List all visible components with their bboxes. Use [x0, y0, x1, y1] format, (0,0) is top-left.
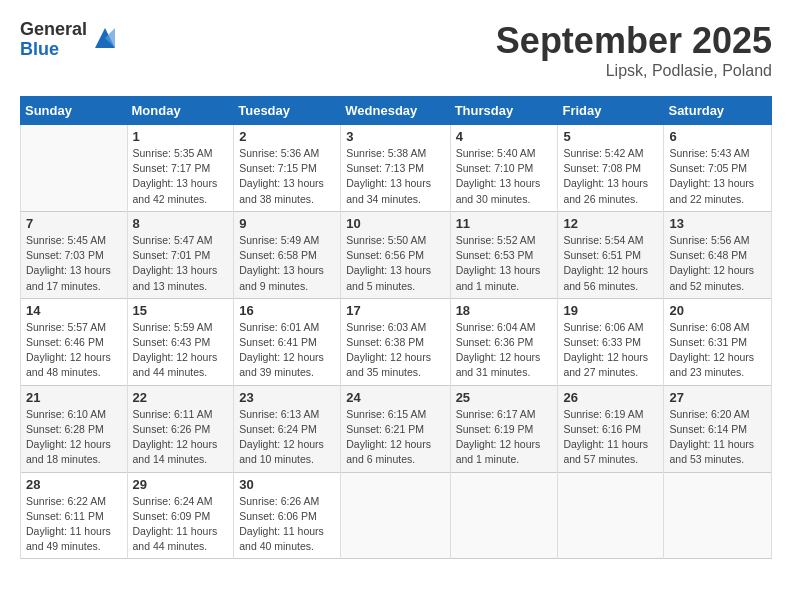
table-row — [341, 472, 450, 559]
table-row: 11Sunrise: 5:52 AMSunset: 6:53 PMDayligh… — [450, 211, 558, 298]
day-info: Sunrise: 6:11 AMSunset: 6:26 PMDaylight:… — [133, 407, 229, 468]
table-row: 13Sunrise: 5:56 AMSunset: 6:48 PMDayligh… — [664, 211, 772, 298]
day-number: 25 — [456, 390, 553, 405]
day-info: Sunrise: 5:38 AMSunset: 7:13 PMDaylight:… — [346, 146, 444, 207]
day-number: 15 — [133, 303, 229, 318]
day-info: Sunrise: 6:17 AMSunset: 6:19 PMDaylight:… — [456, 407, 553, 468]
day-number: 26 — [563, 390, 658, 405]
day-info: Sunrise: 5:54 AMSunset: 6:51 PMDaylight:… — [563, 233, 658, 294]
table-row: 16Sunrise: 6:01 AMSunset: 6:41 PMDayligh… — [234, 298, 341, 385]
day-info: Sunrise: 6:22 AMSunset: 6:11 PMDaylight:… — [26, 494, 122, 555]
day-info: Sunrise: 5:49 AMSunset: 6:58 PMDaylight:… — [239, 233, 335, 294]
day-number: 30 — [239, 477, 335, 492]
logo: General Blue — [20, 20, 119, 60]
day-info: Sunrise: 6:26 AMSunset: 6:06 PMDaylight:… — [239, 494, 335, 555]
day-info: Sunrise: 5:56 AMSunset: 6:48 PMDaylight:… — [669, 233, 766, 294]
day-info: Sunrise: 6:01 AMSunset: 6:41 PMDaylight:… — [239, 320, 335, 381]
table-row: 4Sunrise: 5:40 AMSunset: 7:10 PMDaylight… — [450, 125, 558, 212]
day-info: Sunrise: 5:36 AMSunset: 7:15 PMDaylight:… — [239, 146, 335, 207]
day-number: 14 — [26, 303, 122, 318]
col-sunday: Sunday — [21, 97, 128, 125]
day-number: 5 — [563, 129, 658, 144]
day-info: Sunrise: 5:35 AMSunset: 7:17 PMDaylight:… — [133, 146, 229, 207]
day-number: 10 — [346, 216, 444, 231]
table-row: 29Sunrise: 6:24 AMSunset: 6:09 PMDayligh… — [127, 472, 234, 559]
day-number: 22 — [133, 390, 229, 405]
day-number: 2 — [239, 129, 335, 144]
table-row: 1Sunrise: 5:35 AMSunset: 7:17 PMDaylight… — [127, 125, 234, 212]
table-row: 25Sunrise: 6:17 AMSunset: 6:19 PMDayligh… — [450, 385, 558, 472]
table-row: 8Sunrise: 5:47 AMSunset: 7:01 PMDaylight… — [127, 211, 234, 298]
table-row — [558, 472, 664, 559]
col-tuesday: Tuesday — [234, 97, 341, 125]
table-row: 20Sunrise: 6:08 AMSunset: 6:31 PMDayligh… — [664, 298, 772, 385]
table-row: 18Sunrise: 6:04 AMSunset: 6:36 PMDayligh… — [450, 298, 558, 385]
logo-blue: Blue — [20, 40, 87, 60]
day-number: 28 — [26, 477, 122, 492]
day-info: Sunrise: 5:52 AMSunset: 6:53 PMDaylight:… — [456, 233, 553, 294]
table-row — [664, 472, 772, 559]
table-row: 2Sunrise: 5:36 AMSunset: 7:15 PMDaylight… — [234, 125, 341, 212]
day-info: Sunrise: 6:10 AMSunset: 6:28 PMDaylight:… — [26, 407, 122, 468]
header-row: Sunday Monday Tuesday Wednesday Thursday… — [21, 97, 772, 125]
day-number: 7 — [26, 216, 122, 231]
table-row: 21Sunrise: 6:10 AMSunset: 6:28 PMDayligh… — [21, 385, 128, 472]
table-row: 24Sunrise: 6:15 AMSunset: 6:21 PMDayligh… — [341, 385, 450, 472]
table-row: 3Sunrise: 5:38 AMSunset: 7:13 PMDaylight… — [341, 125, 450, 212]
day-info: Sunrise: 5:47 AMSunset: 7:01 PMDaylight:… — [133, 233, 229, 294]
day-info: Sunrise: 6:06 AMSunset: 6:33 PMDaylight:… — [563, 320, 658, 381]
table-row: 6Sunrise: 5:43 AMSunset: 7:05 PMDaylight… — [664, 125, 772, 212]
table-row: 22Sunrise: 6:11 AMSunset: 6:26 PMDayligh… — [127, 385, 234, 472]
day-info: Sunrise: 5:42 AMSunset: 7:08 PMDaylight:… — [563, 146, 658, 207]
table-row: 30Sunrise: 6:26 AMSunset: 6:06 PMDayligh… — [234, 472, 341, 559]
day-number: 13 — [669, 216, 766, 231]
day-info: Sunrise: 6:08 AMSunset: 6:31 PMDaylight:… — [669, 320, 766, 381]
table-row: 7Sunrise: 5:45 AMSunset: 7:03 PMDaylight… — [21, 211, 128, 298]
day-number: 23 — [239, 390, 335, 405]
logo-general: General — [20, 20, 87, 40]
day-info: Sunrise: 6:04 AMSunset: 6:36 PMDaylight:… — [456, 320, 553, 381]
day-info: Sunrise: 5:45 AMSunset: 7:03 PMDaylight:… — [26, 233, 122, 294]
day-number: 6 — [669, 129, 766, 144]
day-number: 24 — [346, 390, 444, 405]
day-number: 18 — [456, 303, 553, 318]
calendar-week-row: 1Sunrise: 5:35 AMSunset: 7:17 PMDaylight… — [21, 125, 772, 212]
title-block: September 2025 Lipsk, Podlasie, Poland — [496, 20, 772, 80]
day-number: 16 — [239, 303, 335, 318]
day-info: Sunrise: 6:19 AMSunset: 6:16 PMDaylight:… — [563, 407, 658, 468]
day-number: 17 — [346, 303, 444, 318]
table-row: 12Sunrise: 5:54 AMSunset: 6:51 PMDayligh… — [558, 211, 664, 298]
day-number: 8 — [133, 216, 229, 231]
day-info: Sunrise: 5:40 AMSunset: 7:10 PMDaylight:… — [456, 146, 553, 207]
page-header: General Blue September 2025 Lipsk, Podla… — [20, 20, 772, 80]
day-info: Sunrise: 6:13 AMSunset: 6:24 PMDaylight:… — [239, 407, 335, 468]
table-row: 5Sunrise: 5:42 AMSunset: 7:08 PMDaylight… — [558, 125, 664, 212]
calendar-week-row: 7Sunrise: 5:45 AMSunset: 7:03 PMDaylight… — [21, 211, 772, 298]
table-row — [21, 125, 128, 212]
day-info: Sunrise: 5:59 AMSunset: 6:43 PMDaylight:… — [133, 320, 229, 381]
table-row: 9Sunrise: 5:49 AMSunset: 6:58 PMDaylight… — [234, 211, 341, 298]
day-number: 19 — [563, 303, 658, 318]
day-info: Sunrise: 5:57 AMSunset: 6:46 PMDaylight:… — [26, 320, 122, 381]
day-number: 9 — [239, 216, 335, 231]
table-row: 28Sunrise: 6:22 AMSunset: 6:11 PMDayligh… — [21, 472, 128, 559]
calendar-table: Sunday Monday Tuesday Wednesday Thursday… — [20, 96, 772, 559]
table-row: 17Sunrise: 6:03 AMSunset: 6:38 PMDayligh… — [341, 298, 450, 385]
logo-icon — [91, 24, 119, 52]
table-row: 14Sunrise: 5:57 AMSunset: 6:46 PMDayligh… — [21, 298, 128, 385]
day-number: 20 — [669, 303, 766, 318]
day-number: 4 — [456, 129, 553, 144]
day-info: Sunrise: 6:20 AMSunset: 6:14 PMDaylight:… — [669, 407, 766, 468]
col-monday: Monday — [127, 97, 234, 125]
table-row: 19Sunrise: 6:06 AMSunset: 6:33 PMDayligh… — [558, 298, 664, 385]
day-info: Sunrise: 6:24 AMSunset: 6:09 PMDaylight:… — [133, 494, 229, 555]
month-title: September 2025 — [496, 20, 772, 62]
day-number: 12 — [563, 216, 658, 231]
calendar-week-row: 28Sunrise: 6:22 AMSunset: 6:11 PMDayligh… — [21, 472, 772, 559]
col-friday: Friday — [558, 97, 664, 125]
table-row: 23Sunrise: 6:13 AMSunset: 6:24 PMDayligh… — [234, 385, 341, 472]
day-info: Sunrise: 5:50 AMSunset: 6:56 PMDaylight:… — [346, 233, 444, 294]
day-number: 3 — [346, 129, 444, 144]
logo-text: General Blue — [20, 20, 87, 60]
col-thursday: Thursday — [450, 97, 558, 125]
